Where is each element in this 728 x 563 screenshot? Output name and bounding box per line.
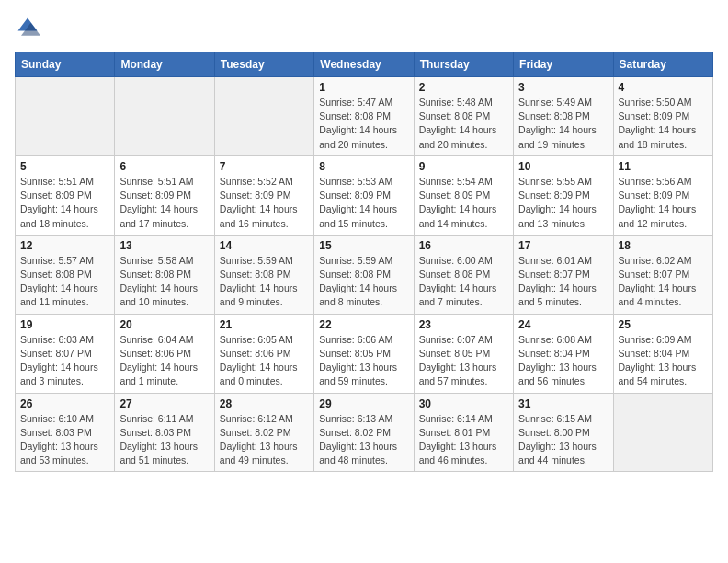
calendar-cell: 29Sunrise: 6:13 AM Sunset: 8:02 PM Dayli… [314,393,414,472]
day-number: 22 [319,318,408,331]
calendar-cell: 2Sunrise: 5:48 AM Sunset: 8:08 PM Daylig… [414,77,513,156]
day-number: 18 [619,239,708,252]
day-number: 25 [619,318,708,331]
day-detail: Sunrise: 6:04 AM Sunset: 8:06 PM Dayligh… [119,333,209,389]
logo [15,15,44,40]
day-number: 2 [419,81,508,94]
weekday-header-sunday: Sunday [16,52,115,77]
calendar-cell: 7Sunrise: 5:52 AM Sunset: 8:09 PM Daylig… [214,155,313,235]
logo-icon [15,15,40,40]
day-number: 19 [20,318,109,331]
day-number: 8 [319,160,408,173]
day-number: 16 [419,239,508,252]
day-number: 17 [518,239,608,252]
day-number: 21 [220,318,309,331]
day-number: 31 [518,397,608,410]
day-detail: Sunrise: 5:50 AM Sunset: 8:09 PM Dayligh… [619,96,708,152]
calendar-header: SundayMondayTuesdayWednesdayThursdayFrid… [16,52,713,77]
weekday-header-wednesday: Wednesday [314,52,414,77]
calendar-cell: 3Sunrise: 5:49 AM Sunset: 8:08 PM Daylig… [514,77,613,156]
day-detail: Sunrise: 6:15 AM Sunset: 8:00 PM Dayligh… [518,412,608,468]
day-number: 3 [518,81,608,94]
calendar-cell [16,77,115,156]
day-detail: Sunrise: 6:06 AM Sunset: 8:05 PM Dayligh… [319,333,408,389]
calendar-cell: 31Sunrise: 6:15 AM Sunset: 8:00 PM Dayli… [514,393,613,472]
calendar-cell: 4Sunrise: 5:50 AM Sunset: 8:09 PM Daylig… [613,77,712,156]
weekday-header-monday: Monday [115,52,214,77]
calendar-cell: 14Sunrise: 5:59 AM Sunset: 8:08 PM Dayli… [214,235,313,314]
day-detail: Sunrise: 6:00 AM Sunset: 8:08 PM Dayligh… [419,254,508,310]
day-detail: Sunrise: 6:11 AM Sunset: 8:03 PM Dayligh… [119,412,209,468]
calendar-cell: 9Sunrise: 5:54 AM Sunset: 8:09 PM Daylig… [414,155,513,235]
calendar-cell: 12Sunrise: 5:57 AM Sunset: 8:08 PM Dayli… [16,235,115,314]
week-row-1: 1Sunrise: 5:47 AM Sunset: 8:08 PM Daylig… [16,77,713,156]
day-number: 20 [119,318,209,331]
day-number: 27 [119,397,209,410]
day-detail: Sunrise: 5:53 AM Sunset: 8:09 PM Dayligh… [319,175,408,231]
weekday-header-tuesday: Tuesday [214,52,313,77]
calendar-cell: 25Sunrise: 6:09 AM Sunset: 8:04 PM Dayli… [613,314,712,393]
day-number: 9 [419,160,508,173]
day-detail: Sunrise: 5:56 AM Sunset: 8:09 PM Dayligh… [619,175,708,231]
day-number: 1 [319,81,408,94]
day-detail: Sunrise: 6:12 AM Sunset: 8:02 PM Dayligh… [220,412,309,468]
week-row-5: 26Sunrise: 6:10 AM Sunset: 8:03 PM Dayli… [16,393,713,472]
day-number: 11 [619,160,708,173]
calendar-cell: 26Sunrise: 6:10 AM Sunset: 8:03 PM Dayli… [16,393,115,472]
day-detail: Sunrise: 6:13 AM Sunset: 8:02 PM Dayligh… [319,412,408,468]
calendar-cell [115,77,214,156]
calendar-cell: 6Sunrise: 5:51 AM Sunset: 8:09 PM Daylig… [115,155,214,235]
calendar-body: 1Sunrise: 5:47 AM Sunset: 8:08 PM Daylig… [16,77,713,472]
day-number: 29 [319,397,408,410]
day-number: 5 [20,160,109,173]
calendar-cell: 20Sunrise: 6:04 AM Sunset: 8:06 PM Dayli… [115,314,214,393]
day-detail: Sunrise: 6:09 AM Sunset: 8:04 PM Dayligh… [619,333,708,389]
calendar-cell: 23Sunrise: 6:07 AM Sunset: 8:05 PM Dayli… [414,314,513,393]
day-number: 14 [220,239,309,252]
calendar-cell: 11Sunrise: 5:56 AM Sunset: 8:09 PM Dayli… [613,155,712,235]
day-number: 7 [220,160,309,173]
day-number: 26 [20,397,109,410]
day-detail: Sunrise: 5:47 AM Sunset: 8:08 PM Dayligh… [319,96,408,152]
calendar-cell: 13Sunrise: 5:58 AM Sunset: 8:08 PM Dayli… [115,235,214,314]
weekday-header-friday: Friday [514,52,613,77]
calendar-cell: 17Sunrise: 6:01 AM Sunset: 8:07 PM Dayli… [514,235,613,314]
day-number: 10 [518,160,608,173]
day-detail: Sunrise: 5:49 AM Sunset: 8:08 PM Dayligh… [518,96,608,152]
week-row-2: 5Sunrise: 5:51 AM Sunset: 8:09 PM Daylig… [16,155,713,235]
calendar-cell: 22Sunrise: 6:06 AM Sunset: 8:05 PM Dayli… [314,314,414,393]
day-detail: Sunrise: 6:14 AM Sunset: 8:01 PM Dayligh… [419,412,508,468]
day-number: 30 [419,397,508,410]
calendar-table: SundayMondayTuesdayWednesdayThursdayFrid… [15,52,713,472]
calendar-cell: 24Sunrise: 6:08 AM Sunset: 8:04 PM Dayli… [514,314,613,393]
weekday-row: SundayMondayTuesdayWednesdayThursdayFrid… [16,52,713,77]
calendar-cell: 16Sunrise: 6:00 AM Sunset: 8:08 PM Dayli… [414,235,513,314]
day-number: 6 [119,160,209,173]
day-detail: Sunrise: 6:08 AM Sunset: 8:04 PM Dayligh… [518,333,608,389]
day-number: 4 [619,81,708,94]
weekday-header-thursday: Thursday [414,52,513,77]
calendar-cell: 10Sunrise: 5:55 AM Sunset: 8:09 PM Dayli… [514,155,613,235]
day-number: 24 [518,318,608,331]
day-detail: Sunrise: 6:01 AM Sunset: 8:07 PM Dayligh… [518,254,608,310]
week-row-3: 12Sunrise: 5:57 AM Sunset: 8:08 PM Dayli… [16,235,713,314]
calendar-cell: 5Sunrise: 5:51 AM Sunset: 8:09 PM Daylig… [16,155,115,235]
weekday-header-saturday: Saturday [613,52,712,77]
day-detail: Sunrise: 6:07 AM Sunset: 8:05 PM Dayligh… [419,333,508,389]
calendar-cell: 21Sunrise: 6:05 AM Sunset: 8:06 PM Dayli… [214,314,313,393]
day-detail: Sunrise: 5:52 AM Sunset: 8:09 PM Dayligh… [220,175,309,231]
day-detail: Sunrise: 6:03 AM Sunset: 8:07 PM Dayligh… [20,333,109,389]
day-detail: Sunrise: 5:59 AM Sunset: 8:08 PM Dayligh… [220,254,309,310]
day-detail: Sunrise: 6:10 AM Sunset: 8:03 PM Dayligh… [20,412,109,468]
day-number: 12 [20,239,109,252]
calendar-cell: 28Sunrise: 6:12 AM Sunset: 8:02 PM Dayli… [214,393,313,472]
week-row-4: 19Sunrise: 6:03 AM Sunset: 8:07 PM Dayli… [16,314,713,393]
day-detail: Sunrise: 5:51 AM Sunset: 8:09 PM Dayligh… [119,175,209,231]
page-header [15,15,713,40]
day-detail: Sunrise: 5:58 AM Sunset: 8:08 PM Dayligh… [119,254,209,310]
calendar-cell: 18Sunrise: 6:02 AM Sunset: 8:07 PM Dayli… [613,235,712,314]
day-detail: Sunrise: 6:02 AM Sunset: 8:07 PM Dayligh… [619,254,708,310]
calendar-cell: 15Sunrise: 5:59 AM Sunset: 8:08 PM Dayli… [314,235,414,314]
day-detail: Sunrise: 5:57 AM Sunset: 8:08 PM Dayligh… [20,254,109,310]
day-detail: Sunrise: 5:59 AM Sunset: 8:08 PM Dayligh… [319,254,408,310]
